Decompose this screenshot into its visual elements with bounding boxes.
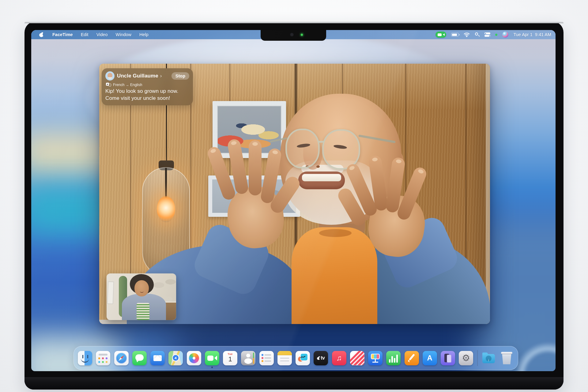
macbook-top-rim — [24, 21, 564, 23]
search-glass — [475, 32, 478, 36]
dock-icon-maps[interactable] — [168, 351, 183, 365]
trash-bin-body — [501, 352, 512, 364]
camera-active-indicator-icon[interactable] — [435, 32, 446, 38]
calendar-weekday-label: Tue — [228, 352, 233, 356]
battery-fill — [452, 34, 457, 36]
smiling-mouth — [298, 172, 345, 189]
app-store-letter: A — [427, 354, 432, 362]
calendar-day-label: 1 — [228, 356, 232, 363]
orange-tshirt — [292, 227, 377, 324]
pip-person-face — [134, 280, 149, 296]
wifi-icon[interactable] — [464, 32, 470, 37]
lamp-bulb-stem — [165, 168, 167, 198]
dock-icon-launchpad[interactable] — [96, 351, 110, 365]
dock-icon-freeform[interactable] — [296, 351, 310, 365]
display-notch — [261, 30, 326, 41]
facetime-window: Uncle Guillaume › Stop A French → Englis… — [99, 64, 490, 324]
self-view-pip[interactable] — [107, 273, 176, 320]
dock-icon-safari[interactable] — [114, 351, 129, 365]
dock-icon-trash[interactable] — [499, 351, 514, 365]
translate-icon: A — [106, 83, 111, 87]
dock-icon-apple-tv[interactable]: tv — [314, 351, 328, 365]
camera-lens-icon — [443, 33, 445, 36]
translation-language-row: A French → English — [106, 83, 189, 87]
battery-icon[interactable] — [451, 33, 459, 36]
wall-right-edge-light — [486, 64, 490, 324]
menu-bar-left: FaceTime Edit Video Window Help — [31, 32, 153, 37]
dock-icon-photos[interactable] — [187, 351, 201, 365]
glasses-lens-left — [285, 129, 320, 168]
spotlight-search-icon[interactable] — [475, 32, 480, 37]
stop-translation-button[interactable]: Stop — [172, 72, 189, 80]
caption-header-row[interactable]: Uncle Guillaume › Stop — [105, 71, 189, 81]
pip-striped-shirt — [137, 303, 149, 320]
tv-label: tv — [321, 355, 325, 361]
dock-icon-iphone-mirroring[interactable] — [441, 351, 455, 365]
dock-icon-downloads-folder[interactable]: ↓ — [481, 351, 496, 365]
chevron-right-icon: › — [160, 73, 162, 79]
camera-body-icon — [438, 33, 442, 36]
lamp-glowing-bulb — [157, 196, 175, 222]
dock-icon-mail[interactable] — [150, 351, 165, 365]
macbook-frame: FaceTime Edit Video Window Help — [24, 21, 564, 390]
freeform-squiggle — [300, 355, 306, 359]
translate-icon-front-bubble: A — [106, 83, 109, 86]
dock-icon-calendar[interactable]: Tue 1 — [223, 351, 237, 365]
glasses-lens-right — [322, 129, 360, 170]
numbers-bar-chart — [389, 355, 398, 363]
dock-icon-news[interactable] — [350, 351, 364, 365]
contact-name: Uncle Guillaume — [117, 73, 158, 79]
teeth — [302, 174, 341, 181]
live-translation-caption: Uncle Guillaume › Stop A French → Englis… — [102, 68, 193, 105]
menu-facetime[interactable]: FaceTime — [48, 32, 77, 37]
clock-time: 9:41 AM — [535, 32, 551, 37]
macbook-hinge-body — [24, 377, 564, 390]
dock-icon-messages[interactable] — [132, 351, 147, 365]
dock-icon-app-store[interactable]: A — [423, 351, 437, 365]
menu-edit[interactable]: Edit — [77, 32, 92, 37]
control-center-icon[interactable] — [484, 32, 490, 37]
battery-nub — [459, 34, 460, 36]
dock-icon-music[interactable]: ♫ — [332, 351, 346, 365]
running-indicator-dot — [211, 367, 213, 368]
dock-icon-system-settings[interactable]: ⚙ — [459, 351, 473, 365]
webcam-active-led — [301, 34, 303, 36]
left-hand-finger — [249, 140, 262, 195]
webcam-icon — [291, 33, 293, 36]
search-handle — [478, 35, 480, 37]
menu-window[interactable]: Window — [111, 32, 135, 37]
music-note-glyph: ♫ — [336, 354, 342, 362]
macbook-screen: FaceTime Edit Video Window Help — [31, 30, 556, 371]
dock: Tue 1 tv ♫ A — [74, 346, 518, 370]
dock-icon-finder[interactable] — [78, 351, 92, 365]
apple-menu-icon[interactable] — [39, 32, 43, 37]
translated-message-line-1: Kip! You look so grown up now. — [105, 88, 189, 95]
siri-icon[interactable] — [502, 32, 508, 38]
language-direction: French → English — [113, 83, 142, 87]
status-green-dot — [495, 34, 497, 36]
clock-date: Tue Apr 1 — [513, 32, 532, 37]
dock-divider — [477, 350, 478, 366]
menu-bar-status: Tue Apr 1 9:41 AM — [435, 32, 556, 38]
trash-bin-rim — [501, 352, 512, 354]
menu-video[interactable]: Video — [92, 32, 112, 37]
dock-icon-contacts[interactable] — [241, 351, 255, 365]
dock-icon-numbers[interactable] — [386, 351, 401, 365]
dock-icon-facetime[interactable] — [205, 351, 219, 365]
apple-body-small — [317, 357, 320, 360]
menu-bar-clock[interactable]: Tue Apr 1 9:41 AM — [513, 32, 551, 37]
pip-wall-frame — [107, 281, 114, 304]
translated-message-line-2: Come visit your uncle soon! — [105, 95, 189, 102]
apple-logo-small — [317, 356, 320, 360]
gear-icon: ⚙ — [462, 353, 470, 363]
apple-logo-body — [39, 33, 43, 37]
dock-icon-notes[interactable] — [277, 351, 292, 365]
download-arrow-glyph: ↓ — [481, 357, 496, 362]
glasses-bridge — [318, 141, 324, 143]
menu-help[interactable]: Help — [135, 32, 153, 37]
dock-icon-reminders[interactable] — [259, 351, 274, 365]
toggle-top — [484, 32, 490, 34]
dock-icon-keynote[interactable] — [368, 351, 383, 365]
dock-icon-pages[interactable] — [405, 351, 419, 365]
memoji-avatar — [105, 71, 115, 81]
